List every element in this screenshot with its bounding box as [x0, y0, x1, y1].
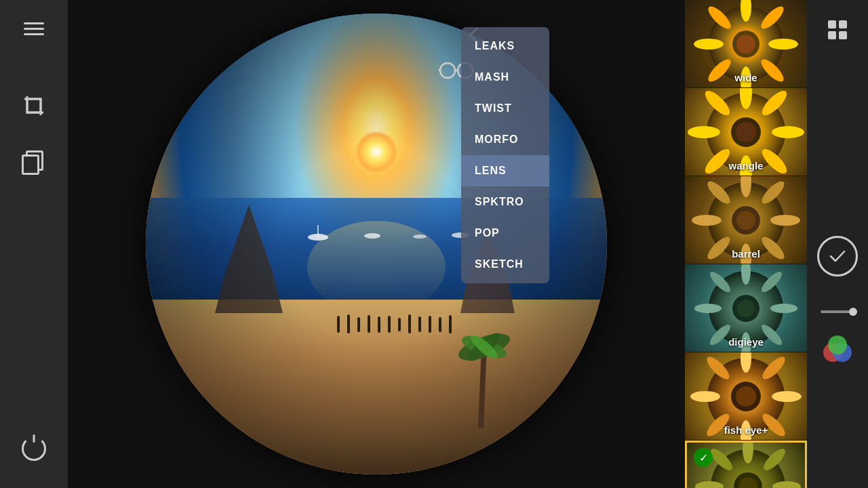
thumb-label-wangle: wangle — [685, 160, 807, 171]
svg-rect-11 — [418, 317, 421, 332]
layers-button[interactable] — [19, 148, 49, 178]
check-icon — [827, 246, 848, 266]
svg-point-17 — [364, 233, 380, 239]
color-palette-button[interactable] — [821, 333, 854, 367]
thumb-label-wide: wide — [685, 72, 807, 83]
svg-point-54 — [692, 215, 722, 226]
svg-point-44 — [772, 126, 804, 138]
power-button[interactable] — [22, 436, 46, 461]
filter-lens[interactable]: LENS — [461, 155, 549, 186]
svg-rect-3 — [337, 316, 340, 333]
svg-rect-13 — [439, 317, 441, 332]
svg-point-32 — [694, 39, 724, 49]
svg-point-55 — [770, 215, 800, 226]
filter-leaks[interactable]: LEAKS — [461, 30, 549, 62]
grid-dot — [839, 31, 847, 39]
thumb-label-fisheye-plus: fish eye+ — [685, 424, 807, 436]
color-palette-icon — [821, 333, 854, 367]
selected-check-icon: ✓ — [694, 448, 713, 467]
svg-point-25 — [440, 63, 455, 78]
filter-thumb-barrel[interactable]: barrel — [685, 176, 807, 264]
slider-control[interactable] — [821, 310, 854, 313]
svg-point-40 — [736, 122, 756, 142]
grid-dot — [828, 20, 836, 28]
filter-thumb-digieye[interactable]: digieye — [685, 264, 807, 352]
filter-thumb-fisheye[interactable]: ✓ fish eye — [685, 441, 807, 488]
svg-point-65 — [694, 304, 722, 313]
svg-point-76 — [690, 391, 720, 402]
people-silhouettes — [330, 309, 466, 336]
main-canvas-area: LEAKS MASH TWIST MORFO LENS SPKTRO POP S… — [68, 0, 685, 488]
filter-thumbnails-panel: wide — [685, 0, 807, 488]
svg-point-51 — [736, 211, 755, 230]
svg-point-95 — [828, 336, 847, 354]
filter-morfo[interactable]: MORFO — [461, 124, 549, 155]
svg-line-20 — [481, 347, 484, 428]
svg-rect-5 — [357, 317, 360, 332]
left-sidebar — [0, 0, 68, 488]
grid-dot — [839, 20, 847, 28]
svg-rect-9 — [398, 318, 401, 331]
svg-point-29 — [736, 35, 755, 54]
svg-rect-6 — [368, 315, 370, 333]
svg-rect-12 — [429, 316, 431, 333]
crop-button[interactable] — [19, 91, 49, 121]
filter-pop[interactable]: POP — [461, 218, 549, 249]
svg-rect-7 — [378, 317, 380, 333]
svg-rect-8 — [388, 316, 391, 333]
filter-sketch[interactable]: SKETCH — [461, 249, 549, 280]
svg-point-66 — [770, 304, 797, 313]
grid-view-button[interactable] — [828, 20, 847, 39]
filter-thumb-wangle[interactable]: wangle — [685, 88, 807, 176]
svg-rect-0 — [27, 99, 41, 113]
svg-rect-4 — [347, 314, 350, 333]
grid-dot — [828, 31, 836, 39]
svg-point-77 — [772, 391, 802, 402]
confirm-button[interactable] — [817, 236, 858, 277]
filter-spktro[interactable]: SPKTRO — [461, 186, 549, 218]
svg-point-18 — [413, 235, 427, 239]
filter-mash[interactable]: MASH — [461, 62, 549, 93]
svg-rect-10 — [408, 314, 411, 333]
hamburger-menu-button[interactable] — [19, 14, 49, 43]
svg-point-62 — [737, 300, 755, 317]
thumb-label-barrel: barrel — [685, 248, 807, 260]
svg-point-43 — [688, 126, 720, 138]
filter-thumb-fisheye-plus[interactable]: fish eye+ — [685, 352, 807, 441]
far-right-controls — [807, 0, 868, 488]
filter-menu: LEAKS MASH TWIST MORFO LENS SPKTRO POP S… — [461, 27, 549, 283]
boats — [284, 224, 488, 244]
svg-point-73 — [736, 386, 756, 407]
svg-point-33 — [768, 39, 798, 49]
palm-tree — [447, 293, 515, 428]
filter-thumb-wide[interactable]: wide — [685, 0, 807, 88]
thumb-label-digieye: digieye — [685, 336, 807, 348]
filter-twist[interactable]: TWIST — [461, 93, 549, 124]
